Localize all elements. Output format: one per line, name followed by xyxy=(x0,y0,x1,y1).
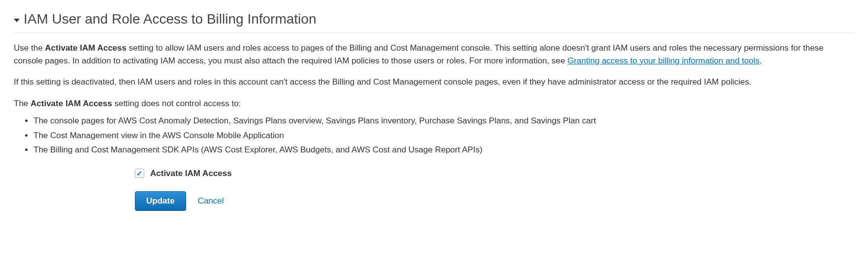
update-button[interactable]: Update xyxy=(135,191,186,211)
text-segment: Use the xyxy=(14,43,45,53)
button-row: Update Cancel xyxy=(135,191,854,211)
list-item: The Billing and Cost Management SDK APIs… xyxy=(33,144,854,156)
description-paragraph-1: Use the Activate IAM Access setting to a… xyxy=(14,42,854,67)
text-segment: The xyxy=(14,99,31,108)
exclusions-list: The console pages for AWS Cost Anomaly D… xyxy=(14,115,854,156)
list-item: The console pages for AWS Cost Anomaly D… xyxy=(33,115,854,127)
check-icon: ✓ xyxy=(136,170,143,177)
description-paragraph-3: The Activate IAM Access setting does not… xyxy=(14,97,854,110)
billing-info-link[interactable]: Granting access to your billing informat… xyxy=(567,56,759,65)
list-item: The Cost Management view in the AWS Cons… xyxy=(33,129,854,142)
cancel-link[interactable]: Cancel xyxy=(198,195,224,207)
checkbox-row: ✓ Activate IAM Access xyxy=(135,167,854,180)
section-header[interactable]: IAM User and Role Access to Billing Info… xyxy=(14,9,854,33)
section-title: IAM User and Role Access to Billing Info… xyxy=(24,9,316,29)
description-paragraph-2: If this setting is deactivated, then IAM… xyxy=(14,76,854,88)
caret-down-icon xyxy=(14,19,20,22)
text-segment: setting does not control access to: xyxy=(112,99,241,108)
activate-iam-access-checkbox[interactable]: ✓ xyxy=(135,169,144,178)
checkbox-label[interactable]: Activate IAM Access xyxy=(150,167,232,180)
form-area: ✓ Activate IAM Access Update Cancel xyxy=(14,167,854,211)
text-segment: . xyxy=(760,56,762,65)
bold-text: Activate IAM Access xyxy=(45,43,127,53)
bold-text: Activate IAM Access xyxy=(31,99,112,108)
